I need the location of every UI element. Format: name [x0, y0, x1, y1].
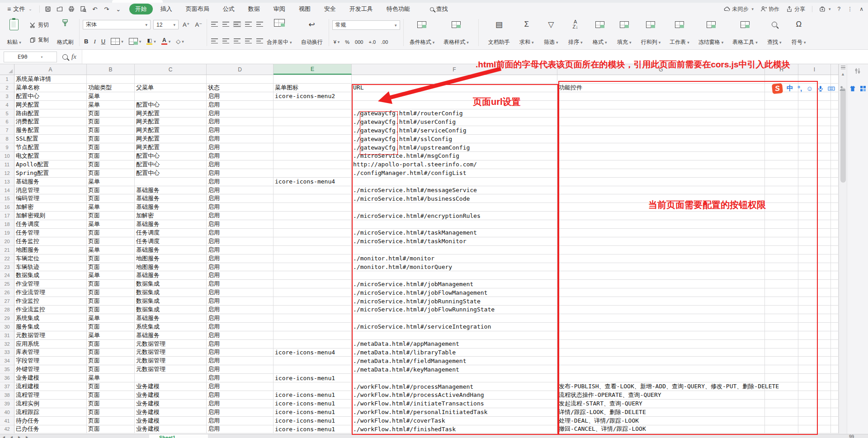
cell-C32[interactable]: 元数据管理	[135, 340, 207, 349]
cell-F33[interactable]: ./metaData.html#/libraryTable	[352, 349, 557, 357]
row-header-15[interactable]: 15	[0, 194, 14, 203]
select-all-corner[interactable]	[0, 64, 14, 75]
cell-I38[interactable]	[798, 391, 831, 400]
cell-F22[interactable]: ./monitor.html#/monitor	[352, 254, 557, 263]
redo-icon[interactable]: ↷	[103, 5, 110, 13]
mic-icon[interactable]	[817, 85, 824, 92]
row-header-7[interactable]: 7	[0, 126, 14, 135]
cell-A24[interactable]: 数据集成	[14, 271, 87, 280]
cell-E1[interactable]	[274, 75, 352, 84]
cell-H7[interactable]	[765, 126, 798, 135]
cell-G17[interactable]	[557, 212, 765, 220]
cell-B16[interactable]: 菜单	[87, 203, 135, 212]
cell-G14[interactable]	[557, 186, 765, 195]
cell-F41[interactable]: ./workFlow.html#/coverTask	[352, 417, 557, 425]
cell-F37[interactable]: ./workFlow.html#/processManagement	[352, 382, 557, 391]
tab-数据[interactable]: 数据	[242, 4, 266, 14]
cell-E23[interactable]	[274, 263, 352, 272]
format-button[interactable]: 格式▾	[590, 18, 610, 47]
cell-I41[interactable]	[798, 417, 831, 425]
cell-H8[interactable]	[765, 135, 798, 143]
cell-F36[interactable]	[352, 374, 557, 382]
cell-D30[interactable]: 启用	[207, 323, 274, 331]
cell-C41[interactable]: 业务建模	[135, 417, 207, 425]
cell-E9[interactable]	[274, 143, 352, 152]
cell-B33[interactable]: 页面	[87, 349, 135, 357]
scroll-up-button[interactable]: ▲	[839, 71, 847, 78]
cell-F35[interactable]: ./metaData.html#/keyManagement	[352, 365, 557, 374]
row-header-12[interactable]: 12	[0, 169, 14, 178]
row-header-8[interactable]: 8	[0, 135, 14, 143]
tab-插入[interactable]: 插入	[155, 4, 178, 14]
save-icon[interactable]	[44, 5, 52, 13]
cell-H16[interactable]	[765, 203, 798, 212]
cell-B28[interactable]: 页面	[87, 306, 135, 314]
cell-G29[interactable]	[557, 314, 765, 323]
column-header-I[interactable]: I	[798, 64, 831, 75]
align-center-button[interactable]	[222, 38, 229, 43]
cell-D4[interactable]: 启用	[207, 101, 274, 109]
cell-B2[interactable]: 功能类型	[87, 84, 135, 92]
cell-D17[interactable]: 启用	[207, 212, 274, 220]
row-header-16[interactable]: 16	[0, 203, 14, 212]
cell-B23[interactable]: 页面	[87, 263, 135, 272]
skin-icon[interactable]	[849, 85, 856, 92]
cell-C26[interactable]: 数据集成	[135, 288, 207, 297]
cell-D24[interactable]: 启用	[207, 271, 274, 280]
cell-I18[interactable]	[798, 220, 831, 229]
row-header-6[interactable]: 6	[0, 118, 14, 126]
cell-G10[interactable]	[557, 152, 765, 160]
cell-A12[interactable]: Spring配置	[14, 169, 87, 178]
cell-F3[interactable]	[352, 92, 557, 101]
filter-button[interactable]: ▽筛选▾	[541, 18, 561, 47]
distribute-button[interactable]	[256, 38, 263, 43]
cell-I34[interactable]	[798, 357, 831, 365]
cell-H12[interactable]	[765, 169, 798, 178]
cell-F32[interactable]: ./metaData.html#/appManagement	[352, 340, 557, 349]
cell-G38[interactable]: 流程状态操作-OPERATE、查询-QUERY	[557, 391, 765, 400]
cell-D23[interactable]: 启用	[207, 263, 274, 272]
cell-B6[interactable]: 页面	[87, 118, 135, 126]
person-icon[interactable]	[839, 85, 845, 92]
row-header-26[interactable]: 26	[0, 288, 14, 297]
cell-H27[interactable]	[765, 297, 798, 306]
row-header-11[interactable]: 11	[0, 160, 14, 169]
cell-G30[interactable]	[557, 323, 765, 331]
cell-H38[interactable]	[765, 391, 798, 400]
row-header-28[interactable]: 28	[0, 306, 14, 314]
cell-B12[interactable]: 页面	[87, 169, 135, 178]
cell-B26[interactable]: 页面	[87, 288, 135, 297]
cell-G2[interactable]: 功能控件	[557, 84, 765, 92]
cell-H6[interactable]	[765, 118, 798, 126]
cell-B25[interactable]: 页面	[87, 280, 135, 288]
scrollbar-menu-icon[interactable]	[839, 64, 847, 71]
tab-页面布局[interactable]: 页面布局	[180, 4, 215, 14]
cell-A7[interactable]: 服务配置	[14, 126, 87, 135]
cell-B7[interactable]: 页面	[87, 126, 135, 135]
cell-F38[interactable]: ./workFlow.html#/processActiveAndHang	[352, 391, 557, 400]
cell-G6[interactable]	[557, 118, 765, 126]
cell-C14[interactable]: 基础服务	[135, 186, 207, 195]
cell-E38[interactable]: icore-icons-menu1	[274, 391, 352, 400]
print-icon[interactable]	[68, 5, 75, 13]
cell-A41[interactable]: 待办任务	[14, 417, 87, 425]
cell-A39[interactable]: 流程实例	[14, 400, 87, 408]
cell-C38[interactable]: 业务建模	[135, 391, 207, 400]
cell-G35[interactable]	[557, 365, 765, 374]
wrap-text-button[interactable]: ↩ 自动换行	[298, 18, 326, 47]
cell-E34[interactable]	[274, 357, 352, 365]
cell-H35[interactable]	[765, 365, 798, 374]
row-header-24[interactable]: 24	[0, 271, 14, 280]
cell-I35[interactable]	[798, 365, 831, 374]
row-header-36[interactable]: 36	[0, 374, 14, 382]
ime-emoji-icon[interactable]: ☺	[806, 85, 813, 92]
cell-I19[interactable]	[798, 229, 831, 237]
cell-C1[interactable]	[135, 75, 207, 84]
cell-G11[interactable]	[557, 160, 765, 169]
cell-E35[interactable]	[274, 365, 352, 374]
row-header-2[interactable]: 2	[0, 84, 14, 92]
cell-B27[interactable]: 页面	[87, 297, 135, 306]
ime-logo-icon[interactable]: S	[772, 83, 783, 94]
cell-A20[interactable]: 任务监控	[14, 237, 87, 246]
cell-H20[interactable]	[765, 237, 798, 246]
